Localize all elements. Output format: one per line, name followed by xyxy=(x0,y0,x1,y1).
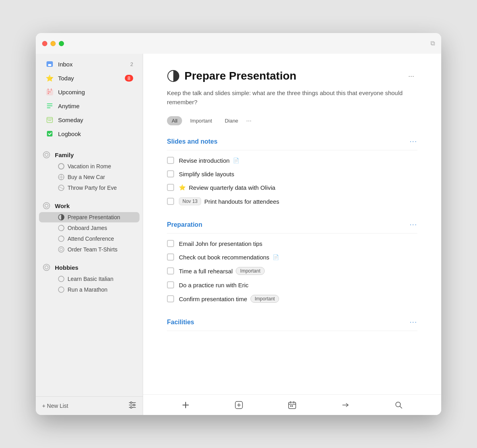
sidebar-item-vacation-rome[interactable]: Vacation in Rome xyxy=(39,161,140,171)
checkbox-email-john[interactable] xyxy=(167,240,174,247)
svg-rect-5 xyxy=(48,92,49,92)
sidebar-item-someday[interactable]: Someday xyxy=(39,113,140,127)
sidebar-item-today[interactable]: ⭐ Today 8 xyxy=(39,71,140,85)
learn-italian-icon xyxy=(58,276,64,282)
print-handouts-text: Nov 13 Print handouts for attendees xyxy=(179,197,417,205)
upcoming-icon xyxy=(45,88,54,96)
checkbox-practice-eric[interactable] xyxy=(167,281,174,288)
onboard-james-icon xyxy=(58,225,64,231)
checkbox-simplify-slides[interactable] xyxy=(167,170,174,177)
sidebar-item-upcoming[interactable]: Upcoming xyxy=(39,85,140,99)
task-more-button[interactable]: ··· xyxy=(405,70,417,82)
checkbox-print-handouts[interactable] xyxy=(167,198,174,205)
sidebar-nav: Inbox 2 ⭐ Today 8 xyxy=(36,54,143,146)
family-section-label: Family xyxy=(55,152,74,158)
onboard-james-label: Onboard James xyxy=(68,225,107,231)
svg-point-13 xyxy=(45,153,48,156)
sidebar-item-throw-party[interactable]: Throw Party for Eve xyxy=(39,183,140,193)
checklist-item-review-data: ⭐ Review quarterly data with Olivia xyxy=(167,181,417,194)
checklist-item-email-john: Email John for presentation tips xyxy=(167,237,417,250)
checklist-item-simplify-slides: Simplify slide layouts xyxy=(167,167,417,181)
close-button[interactable] xyxy=(42,41,47,46)
vacation-rome-label: Vacation in Rome xyxy=(68,163,111,169)
checklist-facilities: Facilities ··· xyxy=(167,319,417,331)
checklist-item-practice-eric: Do a practice run with Eric xyxy=(167,278,417,292)
checkbox-confirm-time[interactable] xyxy=(167,295,174,302)
star-icon-review-data: ⭐ xyxy=(179,184,186,191)
anytime-icon xyxy=(45,101,54,110)
sidebar-item-buy-car[interactable]: Buy a New Car xyxy=(39,172,140,182)
svg-point-31 xyxy=(133,404,135,406)
inbox-badge: 2 xyxy=(130,61,133,67)
svg-rect-1 xyxy=(48,64,51,66)
prepare-presentation-icon xyxy=(58,214,64,220)
sidebar-item-inbox[interactable]: Inbox 2 xyxy=(39,57,140,71)
sidebar-bottom: + New List xyxy=(36,396,143,415)
family-section-icon xyxy=(42,150,51,159)
checkbox-time-rehearsal[interactable] xyxy=(167,267,174,275)
move-button[interactable] xyxy=(335,397,356,413)
note-icon-book-recommendations: 📄 xyxy=(273,254,279,260)
tag-important[interactable]: Important xyxy=(185,116,217,125)
sidebar-item-logbook[interactable]: Logbook xyxy=(39,127,140,140)
checklist-item-time-rehearsal: Time a full rehearsal Important xyxy=(167,264,417,278)
checkbox-book-recommendations[interactable] xyxy=(167,253,174,261)
task-notes[interactable]: Keep the talk and slides simple: what ar… xyxy=(167,89,417,107)
someday-icon xyxy=(45,115,54,124)
task-title: Prepare Presentation xyxy=(184,70,400,82)
run-marathon-icon xyxy=(58,286,64,293)
title-bar: ⧉ xyxy=(36,33,441,54)
sidebar-item-learn-italian[interactable]: Learn Basic Italian xyxy=(39,274,140,284)
svg-point-32 xyxy=(130,407,132,408)
sidebar-item-anytime[interactable]: Anytime xyxy=(39,99,140,113)
facilities-more-button[interactable]: ··· xyxy=(410,319,417,326)
checkbox-review-data[interactable] xyxy=(167,184,174,191)
app-window: ⧉ Inbox 2 ⭐ Today xyxy=(36,33,441,415)
add-task-button[interactable] xyxy=(228,397,250,413)
sidebar-item-attend-conference[interactable]: Attend Conference xyxy=(39,234,140,244)
checklist-item-book-recommendations: Check out book recommendations 📄 xyxy=(167,250,417,264)
slides-notes-more-button[interactable]: ··· xyxy=(410,138,417,145)
work-header[interactable]: Work xyxy=(36,198,143,212)
family-header[interactable]: Family xyxy=(36,147,143,161)
sidebar-item-prepare-presentation[interactable]: Prepare Presentation xyxy=(39,212,140,222)
new-list-button[interactable]: + New List xyxy=(42,403,68,409)
sidebar-item-onboard-james[interactable]: Onboard James xyxy=(39,223,140,233)
bottom-toolbar xyxy=(143,394,441,415)
sidebar-section-work: Work Prepare Presentation xyxy=(36,197,143,258)
throw-party-label: Throw Party for Eve xyxy=(68,185,117,191)
svg-point-23 xyxy=(43,264,50,271)
book-recommendations-text: Check out book recommendations 📄 xyxy=(179,254,417,261)
sidebar-item-order-tshirts[interactable]: Order Team T-Shirts xyxy=(39,244,140,255)
minimize-button[interactable] xyxy=(50,41,56,46)
practice-eric-text: Do a practice run with Eric xyxy=(179,282,417,288)
time-rehearsal-text: Time a full rehearsal Important xyxy=(179,267,417,275)
window-action-icon[interactable]: ⧉ xyxy=(430,40,435,47)
maximize-button[interactable] xyxy=(59,41,64,46)
hobbies-header[interactable]: Hobbies xyxy=(36,260,143,273)
filter-button[interactable] xyxy=(128,401,136,410)
checklist-item-revise-intro: Revise introduction 📄 xyxy=(167,154,417,167)
main-panel: Prepare Presentation ··· Keep the talk a… xyxy=(143,54,441,415)
checklist-preparation: Preparation ··· Email John for presentat… xyxy=(167,221,417,306)
work-section-label: Work xyxy=(55,203,70,209)
svg-rect-10 xyxy=(48,120,51,121)
tag-all[interactable]: All xyxy=(167,116,182,125)
note-icon-revise-intro: 📄 xyxy=(233,158,239,164)
calendar-button[interactable] xyxy=(281,397,303,413)
preparation-more-button[interactable]: ··· xyxy=(410,221,417,228)
order-tshirts-icon xyxy=(58,246,64,253)
checkbox-revise-intro[interactable] xyxy=(167,157,174,164)
task-tags: All Important Diane ··· xyxy=(167,116,417,125)
search-button[interactable] xyxy=(388,397,409,413)
buy-car-label: Buy a New Car xyxy=(68,174,105,180)
tag-diane[interactable]: Diane xyxy=(220,116,243,125)
task-title-icon xyxy=(167,70,180,82)
add-button[interactable] xyxy=(175,397,196,413)
sidebar: Inbox 2 ⭐ Today 8 xyxy=(36,54,143,415)
order-tshirts-label: Order Team T-Shirts xyxy=(68,246,118,253)
sidebar-item-run-marathon[interactable]: Run a Marathon xyxy=(39,284,140,295)
tag-more-button[interactable]: ··· xyxy=(246,117,251,125)
svg-line-47 xyxy=(400,406,402,408)
preparation-title: Preparation xyxy=(167,221,202,228)
